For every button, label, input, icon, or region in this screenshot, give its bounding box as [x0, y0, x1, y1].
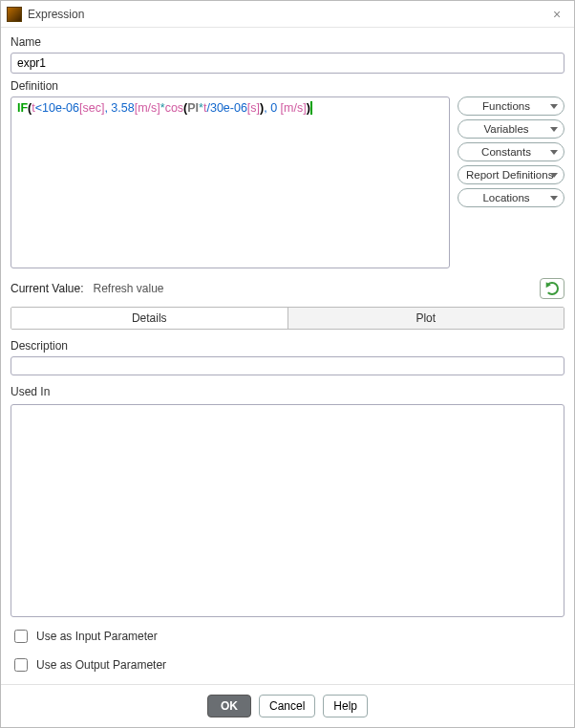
definition-token: [m/s] [135, 101, 160, 115]
used-in-label: Used In [11, 385, 564, 398]
cancel-button[interactable]: Cancel [259, 695, 315, 717]
use-as-output-row[interactable]: Use as Output Parameter [11, 655, 564, 674]
definition-token: /30e-06 [206, 101, 246, 115]
definition-token: , 3.58 [104, 101, 134, 115]
expression-dialog: Expression × Name Definition IF(t<10e-06… [0, 0, 575, 728]
close-icon[interactable]: × [545, 7, 568, 22]
definition-token: <10e-06 [35, 101, 79, 115]
description-input[interactable] [11, 356, 564, 375]
definition-label: Definition [11, 79, 564, 93]
use-as-output-checkbox[interactable] [14, 658, 28, 672]
definition-token: PI [187, 101, 199, 115]
window-title: Expression [28, 8, 545, 21]
insert-buttons-panel: FunctionsVariablesConstantsReport Defini… [458, 96, 564, 207]
definition-token: IF [17, 101, 28, 115]
definition-editor[interactable]: IF(t<10e-06[sec], 3.58[m/s]*cos(PI*t/30e… [11, 96, 450, 268]
app-icon [7, 7, 22, 22]
definition-token [310, 101, 312, 115]
insert-report-definitions-dropdown[interactable]: Report Definitions [458, 165, 564, 184]
used-in-list[interactable] [11, 404, 564, 617]
definition-token: , 0 [264, 101, 280, 115]
use-as-input-label: Use as Input Parameter [36, 630, 158, 643]
dialog-content: Name Definition IF(t<10e-06[sec], 3.58[m… [1, 28, 574, 684]
current-value-label: Current Value: [11, 282, 83, 295]
titlebar: Expression × [1, 1, 574, 28]
ok-button[interactable]: OK [207, 695, 251, 717]
refresh-value-button[interactable] [540, 278, 564, 299]
insert-functions-dropdown[interactable]: Functions [458, 96, 564, 116]
tab-plot[interactable]: Plot [288, 308, 564, 329]
name-label: Name [11, 35, 564, 49]
use-as-output-label: Use as Output Parameter [36, 658, 166, 672]
refresh-icon [545, 282, 559, 295]
insert-variables-dropdown[interactable]: Variables [458, 119, 564, 139]
definition-token: cos [165, 101, 183, 115]
definition-row: IF(t<10e-06[sec], 3.58[m/s]*cos(PI*t/30e… [11, 96, 564, 268]
current-value-row: Current Value: Refresh value [11, 278, 564, 299]
current-value-text: Refresh value [93, 282, 530, 295]
definition-token: [m/s] [281, 101, 307, 115]
tab-details[interactable]: Details [11, 308, 288, 329]
insert-locations-dropdown[interactable]: Locations [458, 188, 564, 207]
use-as-input-checkbox[interactable] [14, 630, 28, 643]
name-input[interactable] [11, 53, 564, 74]
definition-token: [s] [247, 101, 260, 115]
dialog-footer: OK Cancel Help [1, 684, 574, 727]
tabs: Details Plot [11, 307, 564, 330]
insert-constants-dropdown[interactable]: Constants [458, 142, 564, 161]
help-button[interactable]: Help [323, 695, 368, 717]
description-label: Description [11, 339, 564, 353]
use-as-input-row[interactable]: Use as Input Parameter [11, 627, 564, 646]
definition-token: [sec] [79, 101, 104, 115]
